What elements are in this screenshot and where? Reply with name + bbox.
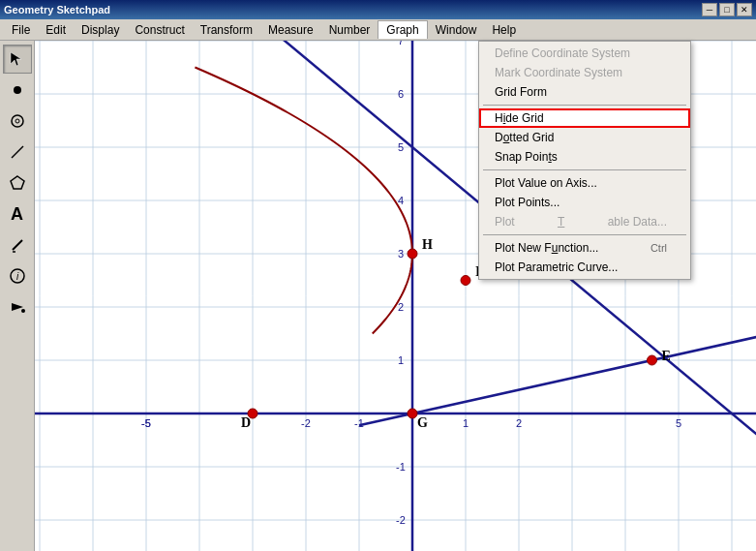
svg-point-1	[14, 86, 21, 94]
separator-2	[483, 169, 686, 170]
menu-plot-parametric[interactable]: Plot Parametric Curve...	[479, 258, 690, 277]
snap-points-label: Snap Points	[495, 150, 558, 164]
titlebar-title: Geometry Sketchpad	[4, 4, 110, 15]
tool-select[interactable]	[3, 45, 32, 74]
menu-plot-points[interactable]: Plot Points...	[479, 193, 690, 212]
menu-mark-coord[interactable]: Mark Coordinate System	[479, 63, 690, 82]
graph-dropdown-menu: Define Coordinate System Mark Coordinate…	[478, 41, 691, 280]
minimize-button[interactable]: ─	[702, 3, 717, 16]
menu-window[interactable]: Window	[428, 21, 485, 39]
menubar: File Edit Display Construct Transform Me…	[0, 19, 756, 41]
svg-point-11	[21, 309, 25, 313]
svg-text:i: i	[15, 271, 18, 282]
tool-custom[interactable]	[3, 292, 32, 321]
menu-define-coord[interactable]: Define Coordinate System	[479, 44, 690, 63]
tool-line[interactable]	[3, 138, 32, 167]
menu-dotted-grid[interactable]: Dotted Grid	[479, 128, 690, 147]
menu-hide-grid[interactable]: Hide Grid	[479, 108, 690, 128]
svg-marker-10	[12, 303, 23, 311]
toolbar: A i	[0, 41, 35, 551]
svg-point-2	[12, 115, 23, 127]
separator-1	[483, 105, 686, 106]
menu-number[interactable]: Number	[321, 21, 378, 39]
tool-compass[interactable]	[3, 107, 32, 136]
menu-construct[interactable]: Construct	[127, 21, 192, 39]
menu-edit[interactable]: Edit	[38, 21, 74, 39]
svg-line-4	[12, 146, 23, 158]
svg-marker-5	[11, 176, 24, 189]
menu-plot-table[interactable]: Plot Table Data...	[479, 212, 690, 231]
menu-measure[interactable]: Measure	[260, 21, 321, 39]
plot-function-label: Plot New Function...	[495, 241, 598, 255]
svg-line-6	[13, 240, 22, 250]
menu-grid-form[interactable]: Grid Form	[479, 82, 690, 102]
menu-plot-function[interactable]: Plot New Function... Ctrl	[479, 238, 690, 258]
hide-grid-label: Hide Grid	[495, 111, 544, 125]
menu-help[interactable]: Help	[484, 21, 524, 39]
titlebar-buttons: ─ □ ✕	[702, 3, 752, 16]
tool-polygon[interactable]	[3, 168, 32, 198]
app-frame: Geometry Sketchpad ─ □ ✕ File Edit Displ…	[0, 0, 756, 551]
menu-snap-points[interactable]: Snap Points	[479, 147, 690, 167]
svg-point-3	[15, 119, 19, 123]
plot-function-shortcut: Ctrl	[650, 242, 667, 254]
tool-marker[interactable]	[3, 230, 32, 260]
dotted-grid-label: Dotted Grid	[495, 131, 554, 144]
menu-file[interactable]: File	[4, 21, 38, 39]
separator-3	[483, 234, 686, 235]
menu-graph[interactable]: Graph	[378, 20, 427, 39]
tool-text[interactable]: A	[3, 199, 32, 229]
svg-marker-0	[11, 52, 21, 66]
menu-plot-value[interactable]: Plot Value on Axis...	[479, 173, 690, 193]
tool-info[interactable]: i	[3, 261, 32, 291]
close-button[interactable]: ✕	[737, 3, 752, 16]
menu-transform[interactable]: Transform	[193, 21, 260, 39]
tool-point[interactable]	[3, 76, 32, 105]
maximize-button[interactable]: □	[719, 3, 735, 16]
titlebar: Geometry Sketchpad ─ □ ✕	[0, 0, 756, 19]
menu-display[interactable]: Display	[74, 21, 127, 39]
